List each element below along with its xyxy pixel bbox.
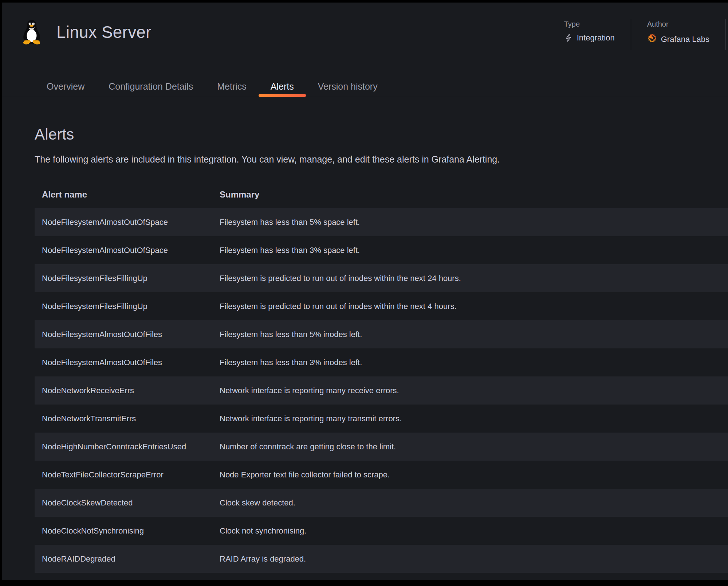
table-row: NodeRAIDDegradedRAID Array is degraded. bbox=[35, 545, 728, 573]
table-header-row: Alert name Summary bbox=[35, 181, 728, 208]
tab-bar: Overview Configuration Details Metrics A… bbox=[2, 76, 728, 97]
table-row: NodeFilesystemAlmostOutOfFilesFilesystem… bbox=[35, 348, 728, 376]
alert-name-cell: NodeNetworkReceiveErrs bbox=[35, 376, 212, 405]
table-row: NodeTextFileCollectorScrapeErrorNode Exp… bbox=[35, 461, 728, 489]
summary-cell: Network interface is reporting many tran… bbox=[212, 405, 728, 433]
alert-name-cell: NodeFilesystemFilesFillingUp bbox=[35, 264, 212, 292]
tab-version-history[interactable]: Version history bbox=[306, 76, 390, 97]
summary-cell: Clock skew detected. bbox=[212, 489, 728, 517]
summary-cell: Clock not synchronising. bbox=[212, 517, 728, 545]
summary-cell: RAID Array is degraded. bbox=[212, 545, 728, 573]
column-header-alert-name: Alert name bbox=[35, 181, 212, 208]
table-row: NodeFilesystemAlmostOutOfSpaceFilesystem… bbox=[35, 236, 728, 264]
alert-name-cell: NodeTextFileCollectorScrapeError bbox=[35, 461, 212, 489]
page-title: Linux Server bbox=[56, 22, 151, 42]
meta-author: Author bbox=[631, 19, 726, 50]
tab-metrics[interactable]: Metrics bbox=[205, 76, 259, 97]
summary-cell: Number of conntrack are getting close to… bbox=[212, 433, 728, 461]
summary-cell: Node Exporter text file collector failed… bbox=[212, 461, 728, 489]
table-row: NodeFilesystemAlmostOutOfSpaceFilesystem… bbox=[35, 208, 728, 236]
tux-penguin-logo-icon bbox=[20, 19, 43, 45]
alert-name-cell: NodeRAIDDiskFailure bbox=[35, 573, 212, 580]
summary-cell: Filesystem is predicted to run out of in… bbox=[212, 264, 728, 292]
alert-name-cell: NodeNetworkTransmitErrs bbox=[35, 405, 212, 433]
meta-type-label: Type bbox=[564, 20, 615, 28]
tab-overview[interactable]: Overview bbox=[35, 76, 97, 97]
grafana-logo-icon bbox=[647, 33, 657, 45]
alert-name-cell: NodeFilesystemAlmostOutOfFiles bbox=[35, 348, 212, 376]
alert-name-cell: NodeFilesystemAlmostOutOfSpace bbox=[35, 208, 212, 236]
section-heading: Alerts bbox=[35, 126, 728, 143]
meta-author-label: Author bbox=[647, 20, 709, 28]
alert-name-cell: NodeClockSkewDetected bbox=[35, 489, 212, 517]
alert-name-cell: NodeHighNumberConntrackEntriesUsed bbox=[35, 433, 212, 461]
table-row: NodeFilesystemFilesFillingUpFilesystem i… bbox=[35, 264, 728, 292]
summary-cell: Filesystem is predicted to run out of in… bbox=[212, 292, 728, 320]
table-row: NodeNetworkReceiveErrsNetwork interface … bbox=[35, 376, 728, 405]
alerts-section: Alerts The following alerts are included… bbox=[2, 126, 728, 580]
section-description: The following alerts are included in thi… bbox=[35, 153, 728, 165]
integration-detail-page: Linux Server Type Integration Author bbox=[2, 3, 728, 580]
table-row: NodeHighNumberConntrackEntriesUsedNumber… bbox=[35, 433, 728, 461]
table-row: NodeRAIDDiskFailureFailed device in RAID… bbox=[35, 573, 728, 580]
page-header: Linux Server Type Integration Author bbox=[2, 3, 728, 50]
column-header-summary: Summary bbox=[212, 181, 728, 208]
alerts-table: Alert name Summary NodeFilesystemAlmostO… bbox=[35, 181, 728, 580]
table-row: NodeNetworkTransmitErrsNetwork interface… bbox=[35, 405, 728, 433]
summary-cell: Filesystem has less than 5% inodes left. bbox=[212, 320, 728, 348]
meta-author-value: Grafana Labs bbox=[661, 35, 709, 44]
summary-cell: Filesystem has less than 5% space left. bbox=[212, 208, 728, 236]
summary-cell: Filesystem has less than 3% inodes left. bbox=[212, 348, 728, 376]
alert-name-cell: NodeClockNotSynchronising bbox=[35, 517, 212, 545]
tab-alerts[interactable]: Alerts bbox=[259, 76, 306, 97]
table-row: NodeFilesystemFilesFillingUpFilesystem i… bbox=[35, 292, 728, 320]
summary-cell: Filesystem has less than 3% space left. bbox=[212, 236, 728, 264]
header-metadata: Type Integration Author bbox=[548, 19, 726, 50]
alert-name-cell: NodeFilesystemAlmostOutOfFiles bbox=[35, 320, 212, 348]
table-row: NodeClockSkewDetectedClock skew detected… bbox=[35, 489, 728, 517]
bolt-icon bbox=[564, 34, 573, 42]
alert-name-cell: NodeFilesystemFilesFillingUp bbox=[35, 292, 212, 320]
meta-type-value: Integration bbox=[577, 33, 615, 43]
table-row: NodeFilesystemAlmostOutOfFilesFilesystem… bbox=[35, 320, 728, 348]
tab-configuration-details[interactable]: Configuration Details bbox=[97, 76, 205, 97]
summary-cell: Network interface is reporting many rece… bbox=[212, 376, 728, 405]
alert-name-cell: NodeRAIDDegraded bbox=[35, 545, 212, 573]
alert-name-cell: NodeFilesystemAlmostOutOfSpace bbox=[35, 236, 212, 264]
meta-type: Type Integration bbox=[548, 19, 631, 50]
table-row: NodeClockNotSynchronisingClock not synch… bbox=[35, 517, 728, 545]
summary-cell: Failed device in RAID array. bbox=[212, 573, 728, 580]
